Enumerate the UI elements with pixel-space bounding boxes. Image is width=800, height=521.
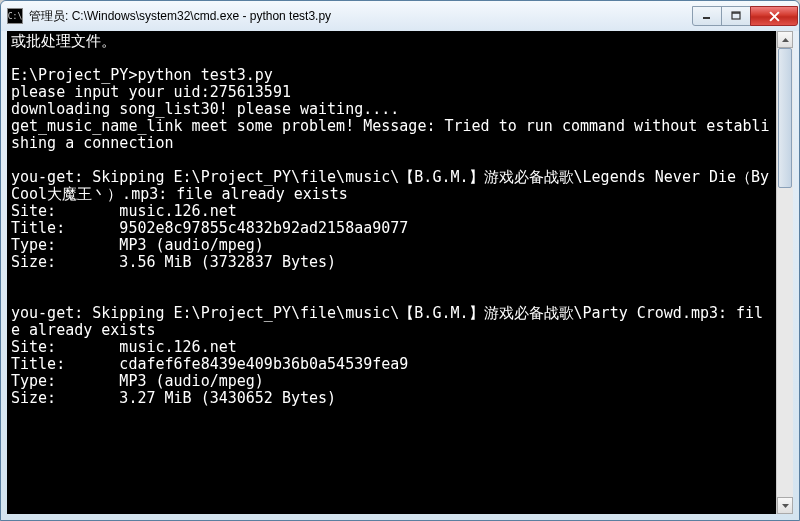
titlebar[interactable]: C:\ 管理员: C:\Windows\system32\cmd.exe - p…: [1, 1, 799, 31]
terminal-container: 或批处理文件。 E:\Project_PY>python test3.py pl…: [7, 31, 793, 514]
maximize-button[interactable]: [721, 6, 751, 26]
window-title: 管理员: C:\Windows\system32\cmd.exe - pytho…: [29, 8, 693, 25]
scroll-track[interactable]: [777, 48, 793, 497]
svg-marker-5: [782, 38, 789, 42]
window-controls: [693, 6, 798, 26]
vertical-scrollbar[interactable]: [776, 31, 793, 514]
minimize-button[interactable]: [692, 6, 722, 26]
close-button[interactable]: [750, 6, 798, 26]
svg-marker-6: [782, 504, 789, 508]
terminal-output[interactable]: 或批处理文件。 E:\Project_PY>python test3.py pl…: [7, 31, 776, 514]
cmd-window: C:\ 管理员: C:\Windows\system32\cmd.exe - p…: [0, 0, 800, 521]
scroll-down-button[interactable]: [777, 497, 793, 514]
scroll-up-button[interactable]: [777, 31, 793, 48]
app-icon: C:\: [7, 8, 23, 24]
scroll-thumb[interactable]: [778, 48, 792, 188]
